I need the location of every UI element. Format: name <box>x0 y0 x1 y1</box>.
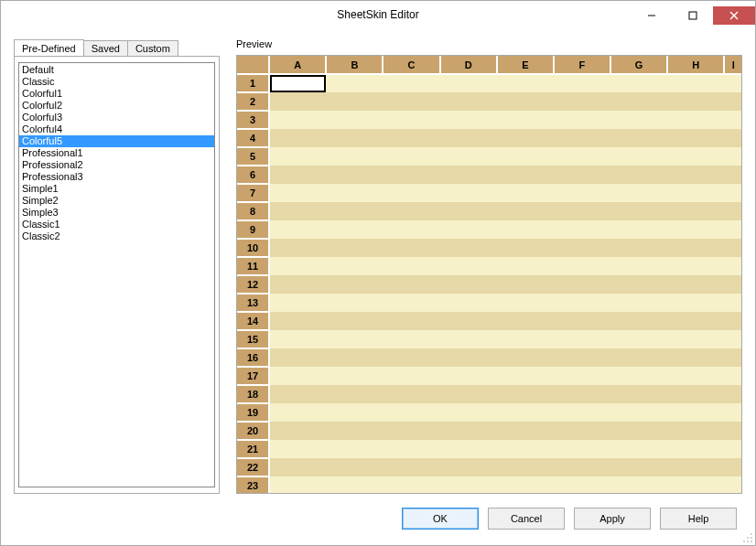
cell[interactable] <box>383 147 439 166</box>
cell[interactable] <box>724 257 741 275</box>
cell[interactable] <box>497 458 554 476</box>
cell[interactable] <box>269 147 326 166</box>
cell[interactable] <box>724 440 741 458</box>
cell[interactable] <box>667 440 724 458</box>
row-header[interactable]: 4 <box>237 129 269 147</box>
cell[interactable] <box>269 367 326 385</box>
cell[interactable] <box>383 166 439 184</box>
cell[interactable] <box>383 202 439 220</box>
cell[interactable] <box>667 476 724 494</box>
cell[interactable] <box>724 403 741 422</box>
cell[interactable] <box>383 239 439 257</box>
cell[interactable] <box>440 476 497 494</box>
list-item[interactable]: Classic2 <box>19 230 214 242</box>
cell[interactable] <box>667 129 724 147</box>
list-item[interactable]: Colorful1 <box>19 88 214 100</box>
cell[interactable] <box>383 184 439 202</box>
cell[interactable] <box>724 239 741 257</box>
maximize-button[interactable] <box>672 6 713 25</box>
cell[interactable] <box>326 476 383 494</box>
list-item[interactable]: Professional1 <box>19 147 214 159</box>
cell[interactable] <box>383 330 439 348</box>
cell[interactable] <box>610 257 667 275</box>
cell[interactable] <box>667 74 724 92</box>
cell[interactable] <box>610 330 667 348</box>
cell[interactable] <box>724 458 741 476</box>
cell[interactable] <box>554 257 610 275</box>
help-button[interactable]: Help <box>660 508 737 530</box>
cell[interactable] <box>383 476 439 494</box>
row-header[interactable]: 16 <box>237 348 269 367</box>
cell[interactable] <box>497 220 554 239</box>
cell[interactable] <box>383 111 439 129</box>
cell[interactable] <box>269 74 326 92</box>
cell[interactable] <box>440 202 497 220</box>
cell[interactable] <box>667 312 724 330</box>
cell[interactable] <box>326 422 383 440</box>
cell[interactable] <box>326 330 383 348</box>
list-item[interactable]: Classic1 <box>19 219 214 230</box>
cell[interactable] <box>554 111 610 129</box>
cell[interactable] <box>497 422 554 440</box>
cell[interactable] <box>554 422 610 440</box>
cell[interactable] <box>440 257 497 275</box>
list-item[interactable]: Simple3 <box>19 207 214 219</box>
cell[interactable] <box>610 166 667 184</box>
ok-button[interactable]: OK <box>402 508 479 530</box>
cell[interactable] <box>383 385 439 403</box>
cell[interactable] <box>724 348 741 367</box>
cell[interactable] <box>610 275 667 294</box>
cell[interactable] <box>269 275 326 294</box>
cell[interactable] <box>667 92 724 111</box>
column-header[interactable]: C <box>383 56 439 74</box>
column-header[interactable]: A <box>269 56 326 74</box>
cell[interactable] <box>326 92 383 111</box>
tab-saved[interactable]: Saved <box>83 40 128 56</box>
cell[interactable] <box>269 257 326 275</box>
cell[interactable] <box>326 257 383 275</box>
row-header[interactable]: 22 <box>237 458 269 476</box>
cell[interactable] <box>383 275 439 294</box>
cell[interactable] <box>554 403 610 422</box>
cell[interactable] <box>554 385 610 403</box>
row-header[interactable]: 19 <box>237 403 269 422</box>
cell[interactable] <box>554 239 610 257</box>
cell[interactable] <box>610 74 667 92</box>
cell[interactable] <box>497 403 554 422</box>
list-item[interactable]: Professional3 <box>19 171 214 183</box>
cell[interactable] <box>269 422 326 440</box>
row-header[interactable]: 14 <box>237 312 269 330</box>
cell[interactable] <box>326 385 383 403</box>
cell[interactable] <box>269 385 326 403</box>
cell[interactable] <box>554 367 610 385</box>
cell[interactable] <box>269 239 326 257</box>
cell[interactable] <box>724 220 741 239</box>
cell[interactable] <box>554 202 610 220</box>
row-header[interactable]: 8 <box>237 202 269 220</box>
cell[interactable] <box>667 294 724 312</box>
cell[interactable] <box>326 111 383 129</box>
cell[interactable] <box>497 111 554 129</box>
cell[interactable] <box>667 220 724 239</box>
cell[interactable] <box>326 275 383 294</box>
list-item[interactable]: Colorful2 <box>19 100 214 112</box>
cell[interactable] <box>497 294 554 312</box>
cell[interactable] <box>554 275 610 294</box>
cell[interactable] <box>497 312 554 330</box>
cell[interactable] <box>497 257 554 275</box>
cell[interactable] <box>667 403 724 422</box>
cell[interactable] <box>610 220 667 239</box>
cell[interactable] <box>497 440 554 458</box>
column-header[interactable]: B <box>326 56 383 74</box>
sheet-preview[interactable]: ABCDEFGHI1234567891011121314151617181920… <box>236 55 742 494</box>
cell[interactable] <box>724 166 741 184</box>
column-header[interactable]: H <box>667 56 724 74</box>
cell[interactable] <box>326 403 383 422</box>
cell[interactable] <box>497 239 554 257</box>
cell[interactable] <box>269 111 326 129</box>
cell[interactable] <box>383 129 439 147</box>
cell[interactable] <box>440 92 497 111</box>
cell[interactable] <box>326 294 383 312</box>
cell[interactable] <box>497 385 554 403</box>
cell[interactable] <box>724 202 741 220</box>
